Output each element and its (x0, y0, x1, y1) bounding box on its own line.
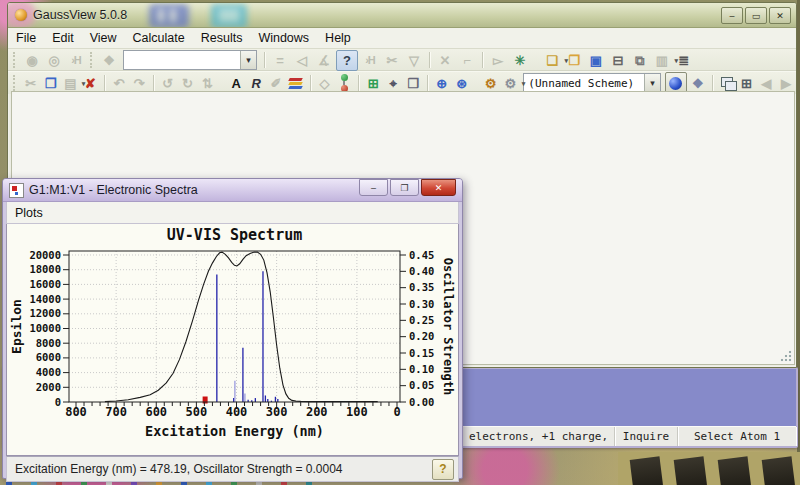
spectra-titlebar[interactable]: G1:M1:V1 - Electronic Spectra ‒❐✕ (3, 179, 462, 202)
spectra-chart-area[interactable]: 8007006005004003002001000020004000600080… (6, 224, 459, 456)
open-file-icon[interactable]: ❐ (564, 51, 584, 70)
preferences-icon[interactable]: ❖ (689, 74, 707, 93)
minimize-button[interactable]: ‒ (721, 7, 743, 24)
tile-windows-icon[interactable]: ⊞ (737, 74, 755, 93)
toolbar-grip (90, 52, 95, 68)
y-right-tick-label: 0.35 (409, 281, 434, 293)
delete-icon[interactable]: ✘ (81, 74, 99, 93)
x-tick-label: 100 (346, 405, 368, 419)
y-right-tick-label: 0.40 (409, 265, 434, 277)
menu-item-results[interactable]: Results (193, 28, 251, 48)
cut-icon[interactable]: ✂ (22, 74, 40, 93)
main-menubar: FileEditViewCalculateResultsWindowsHelp (8, 28, 796, 49)
back-icon[interactable]: ◀ (757, 74, 775, 93)
pencil-icon[interactable]: ✐ (267, 74, 285, 93)
new-document-icon[interactable]: ❏▾ (542, 51, 562, 70)
redo-icon[interactable]: ↷ (130, 74, 148, 93)
angle-tool-icon[interactable]: ◁ (292, 51, 312, 70)
capture-icon[interactable]: ▥▾ (652, 51, 672, 70)
atom-label-icon[interactable]: A (227, 74, 245, 93)
menu-item-plots[interactable]: Plots (7, 203, 51, 223)
scheme-gear-icon[interactable]: ⚙▾ (501, 74, 519, 93)
scheme-combobox[interactable]: (Unnamed Scheme)▾ (523, 73, 661, 93)
cascade-windows-icon[interactable] (718, 74, 736, 93)
chevron-down-icon[interactable]: ▾ (240, 51, 256, 69)
main-window-buttons: ‒▭✕ (721, 7, 791, 24)
y-right-tick-label: 0.20 (409, 330, 434, 342)
close-button[interactable]: ✕ (421, 179, 456, 196)
forward-icon[interactable]: ▶ (777, 74, 795, 93)
x-tick-label: 0 (393, 405, 400, 419)
menu-item-edit[interactable]: Edit (44, 28, 82, 48)
layers-icon[interactable] (287, 74, 305, 93)
add-hydrogen-icon[interactable]: ›H (66, 51, 86, 70)
menu-item-help[interactable]: Help (317, 28, 359, 48)
invert-icon[interactable]: ⌐ (457, 51, 477, 70)
rebond-icon[interactable]: ✳ (510, 51, 530, 70)
delete-hydrogen-icon[interactable]: ✂ (382, 51, 402, 70)
wallpaper-shutters (618, 452, 800, 485)
calculate-gear-icon[interactable]: ⚙ (482, 74, 500, 93)
delete-bond-icon[interactable]: ✕ (435, 51, 455, 70)
copy-icon[interactable]: ❐ (42, 74, 60, 93)
save-icon[interactable]: ▣ (586, 51, 606, 70)
y-left-axis-label: Epsilon (9, 299, 24, 354)
toolbar-separator (153, 75, 154, 91)
center-view-icon[interactable]: ⌖ (384, 74, 402, 93)
rotate-left-icon[interactable]: ↺ (159, 74, 177, 93)
close-button[interactable]: ✕ (769, 7, 791, 24)
ring-fragment-icon[interactable]: ◎ (44, 51, 64, 70)
spectra-menubar: Plots (6, 202, 459, 224)
menu-item-file[interactable]: File (8, 28, 44, 48)
toolbar-separator (358, 75, 359, 91)
atom-pair-icon[interactable] (336, 74, 354, 93)
toolbar-separator (264, 52, 265, 68)
x-tick-label: 500 (186, 405, 208, 419)
add-valence-icon[interactable]: ›H (360, 51, 380, 70)
y-left-tick-label: 20000 (29, 249, 61, 261)
toolbar-separator (310, 75, 311, 91)
menu-item-calculate[interactable]: Calculate (125, 28, 193, 48)
ring-label-icon[interactable]: R (247, 74, 265, 93)
rotate-right-icon[interactable]: ↻ (179, 74, 197, 93)
molecule-status-selection: Select Atom 1 (678, 427, 796, 446)
help-button[interactable]: ? (432, 459, 454, 480)
inquire-tool-button[interactable]: ? (336, 50, 358, 71)
element-fragment-combobox[interactable]: ▾ (123, 50, 257, 70)
y-right-tick-label: 0.00 (409, 396, 434, 408)
spectra-window-icon (9, 183, 24, 198)
paste-append-icon[interactable]: ⧉ (630, 51, 650, 70)
add-view-icon[interactable]: ⊞ (364, 74, 382, 93)
undo-icon[interactable]: ↶ (110, 74, 128, 93)
bond-tool-icon[interactable]: = (270, 51, 290, 70)
print-icon[interactable]: ⊟ (608, 51, 628, 70)
select-tool-icon[interactable]: ▽ (404, 51, 424, 70)
pointer-icon[interactable]: ▻ (488, 51, 508, 70)
menu-item-windows[interactable]: Windows (250, 28, 317, 48)
plot-background[interactable] (69, 251, 400, 402)
maximize-button[interactable]: ▭ (745, 7, 767, 24)
restore-button[interactable]: ❐ (390, 179, 419, 196)
fragment-icon[interactable]: ◉ (22, 51, 42, 70)
chevron-down-icon[interactable]: ▾ (644, 74, 660, 92)
paste-icon[interactable]: ▤▾ (61, 74, 79, 93)
view-log-icon[interactable]: ≣ (674, 51, 694, 70)
resize-grip[interactable] (780, 350, 792, 362)
view-options-icon[interactable]: ❒ (404, 74, 422, 93)
main-titlebar[interactable]: GaussView 5.0.8 ‒▭✕ (8, 3, 796, 28)
toolbar-separator (712, 75, 713, 91)
query-symmetry-icon[interactable]: ⊛ (453, 74, 471, 93)
minimize-button[interactable]: ‒ (359, 179, 388, 196)
y-left-tick-label: 14000 (29, 293, 61, 305)
x-axis-label: Excitation Energy (nm) (145, 423, 324, 439)
query-stoichiometry-icon[interactable]: ⊕ (433, 74, 451, 93)
gaussview-app-icon (15, 9, 27, 21)
dihedral-tool-icon[interactable]: ∡ (314, 51, 334, 70)
menu-item-view[interactable]: View (82, 28, 125, 48)
translate-icon[interactable]: ⇅ (198, 74, 216, 93)
custom-builder-icon[interactable]: ❖ (99, 51, 119, 70)
symmetry-icon[interactable]: ◇ (316, 74, 334, 93)
y-left-tick-label: 2000 (36, 381, 61, 393)
molecule-status-mode: Inquire (615, 427, 678, 446)
toolbar-separator (427, 75, 428, 91)
